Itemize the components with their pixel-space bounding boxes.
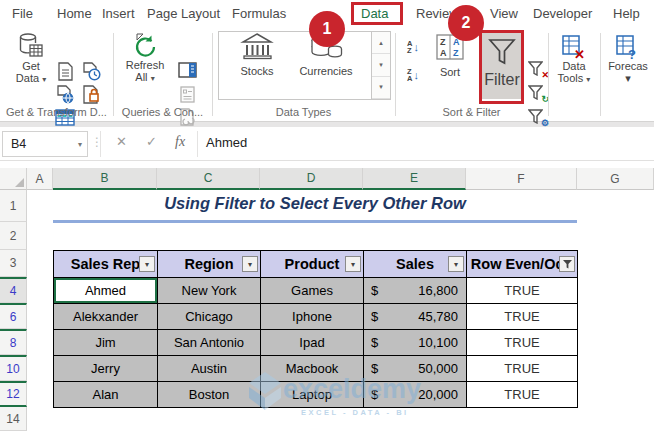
cell-B8-sales-rep[interactable]: Jim — [54, 330, 158, 356]
cell-F12-row-even-odd[interactable]: TRUE — [467, 382, 578, 408]
gallery-scroll-down-icon[interactable]: ▾ — [372, 54, 390, 76]
cell-C10-region[interactable]: Austin — [158, 356, 261, 382]
from-web-icon[interactable] — [55, 84, 75, 104]
column-header-F[interactable]: F — [466, 168, 577, 190]
tab-home[interactable]: Home — [57, 6, 92, 21]
sales-value: 10,100 — [418, 335, 458, 350]
clear-filter-icon[interactable]: ✕ — [527, 59, 547, 79]
tab-view[interactable]: View — [490, 6, 518, 21]
forecast-icon: ? — [615, 34, 641, 60]
gallery-scroll-up-icon[interactable]: ▴ — [372, 32, 390, 54]
filter-applied-icon[interactable] — [559, 256, 575, 272]
table-header-sales: Sales▾ — [364, 251, 467, 278]
cell-B12-sales-rep[interactable]: Alan — [54, 382, 158, 408]
sales-value: 45,780 — [418, 309, 458, 324]
column-header-A[interactable]: A — [27, 168, 53, 190]
filter-dropdown-icon[interactable]: ▾ — [345, 256, 361, 272]
cell-C6-region[interactable]: Chicago — [158, 304, 261, 330]
gallery-more-icon[interactable]: ▾ — [372, 77, 390, 99]
cell-C8-region[interactable]: San Antonio — [158, 330, 261, 356]
sort-descending-button[interactable]: ZA↓ — [401, 64, 425, 86]
header-label: Sales — [396, 256, 434, 272]
tab-formulas[interactable]: Formulas — [232, 6, 286, 21]
insert-function-icon[interactable]: fx — [175, 134, 185, 150]
cell-E10-sales[interactable]: $50,000 — [364, 356, 467, 382]
select-all-corner[interactable] — [0, 168, 27, 190]
annotation-box-data-tab — [351, 2, 403, 25]
reapply-filter-icon[interactable]: ↻ — [527, 83, 547, 103]
row-header-10[interactable]: 10 — [0, 355, 27, 381]
cell-D4-product[interactable]: Games — [261, 278, 364, 304]
refresh-all-button[interactable]: Refresh All ▾ — [120, 32, 170, 83]
cell-D8-product[interactable]: Ipad — [261, 330, 364, 356]
formula-bar-grip-icon[interactable]: ⋮ — [91, 135, 103, 149]
row-header-14[interactable]: 14 — [0, 407, 27, 431]
cell-E4-sales[interactable]: $16,800 — [364, 278, 467, 304]
from-text-csv-icon[interactable] — [55, 61, 75, 81]
row-header-8[interactable]: 8 — [0, 329, 27, 355]
get-data-button[interactable]: Get Data ▾ — [8, 32, 54, 84]
tab-insert[interactable]: Insert — [102, 6, 135, 21]
row-header-1[interactable]: 1 — [0, 190, 27, 222]
filter-dropdown-icon[interactable]: ▾ — [242, 256, 258, 272]
svg-text:A: A — [440, 48, 447, 58]
chevron-down-icon: ▾ — [625, 72, 631, 84]
queries-connections-icon[interactable] — [177, 60, 197, 80]
formula-bar-value[interactable]: Ahmed — [206, 135, 247, 150]
cell-D12-product[interactable]: Laptop — [261, 382, 364, 408]
cell-B10-sales-rep[interactable]: Jerry — [54, 356, 158, 382]
tab-page-layout[interactable]: Page Layout — [147, 6, 220, 21]
row-header-2[interactable]: 2 — [0, 222, 27, 250]
column-header-G[interactable]: G — [577, 168, 654, 190]
table-row-8: JimSan AntonioIpad$10,100TRUE — [54, 330, 578, 356]
filter-dropdown-icon[interactable]: ▾ — [139, 256, 155, 272]
sort-ascending-button[interactable]: AZ↓ — [401, 36, 425, 58]
row-header-6[interactable]: 6 — [0, 303, 27, 329]
stocks-button[interactable]: Stocks — [224, 32, 290, 77]
row-header-3[interactable]: 3 — [0, 250, 27, 277]
cell-D6-product[interactable]: Iphone — [261, 304, 364, 330]
table-header-row-even-odd: Row Even/Odd — [467, 251, 578, 278]
confirm-entry-icon[interactable]: ✓ — [146, 134, 157, 149]
header-label: Row Even/Odd — [471, 256, 573, 272]
cell-C4-region[interactable]: New York — [158, 278, 261, 304]
cell-E12-sales[interactable]: $20,000 — [364, 382, 467, 408]
tab-help[interactable]: Help — [613, 6, 640, 21]
filter-dropdown-icon[interactable]: ▾ — [448, 256, 464, 272]
name-box[interactable]: B4 ▾ — [2, 131, 88, 157]
header-label: Region — [184, 256, 233, 272]
cell-F6-row-even-odd[interactable]: TRUE — [467, 304, 578, 330]
cancel-entry-icon[interactable]: ✕ — [116, 134, 127, 149]
row-header-4[interactable]: 4 — [0, 277, 27, 303]
column-header-D[interactable]: D — [260, 168, 363, 190]
table-row-6: AlekxanderChicagoIphone$45,780TRUE — [54, 304, 578, 330]
existing-connections-icon[interactable] — [81, 84, 101, 104]
cell-E8-sales[interactable]: $10,100 — [364, 330, 467, 356]
data-table: Sales Rep▾Region▾Product▾Sales▾Row Even/… — [53, 250, 578, 408]
cell-C12-region[interactable]: Boston — [158, 382, 261, 408]
name-box-dropdown-icon[interactable]: ▾ — [78, 140, 82, 149]
cell-D10-product[interactable]: Macbook — [261, 356, 364, 382]
tab-developer[interactable]: Developer — [533, 6, 592, 21]
cell-F10-row-even-odd[interactable]: TRUE — [467, 356, 578, 382]
column-header-C[interactable]: C — [157, 168, 260, 190]
currency-symbol: $ — [371, 361, 378, 376]
cell-F4-row-even-odd[interactable]: TRUE — [467, 278, 578, 304]
gallery-scrollbar[interactable]: ▴ ▾ ▾ — [372, 31, 391, 100]
column-header-B[interactable]: B — [53, 168, 157, 190]
cell-F8-row-even-odd[interactable]: TRUE — [467, 330, 578, 356]
cell-B6-sales-rep[interactable]: Alekxander — [54, 304, 158, 330]
row-header-12[interactable]: 12 — [0, 381, 27, 407]
sales-value: 50,000 — [418, 361, 458, 376]
forecast-button[interactable]: ? Forecas ▾ — [605, 34, 651, 84]
cell-B4-sales-rep[interactable]: Ahmed — [54, 278, 158, 304]
properties-icon[interactable] — [177, 84, 197, 104]
column-header-E[interactable]: E — [363, 168, 466, 190]
formula-bar: B4 ▾ ⋮ ✕ ✓ fx Ahmed — [0, 127, 654, 161]
tab-file[interactable]: File — [12, 6, 33, 21]
chevron-down-icon: ▾ — [42, 75, 46, 84]
cell-E6-sales[interactable]: $45,780 — [364, 304, 467, 330]
currency-symbol: $ — [371, 387, 378, 402]
recent-sources-icon[interactable] — [81, 61, 101, 81]
data-tools-button[interactable]: ✕ Data Tools ▾ — [553, 34, 595, 84]
